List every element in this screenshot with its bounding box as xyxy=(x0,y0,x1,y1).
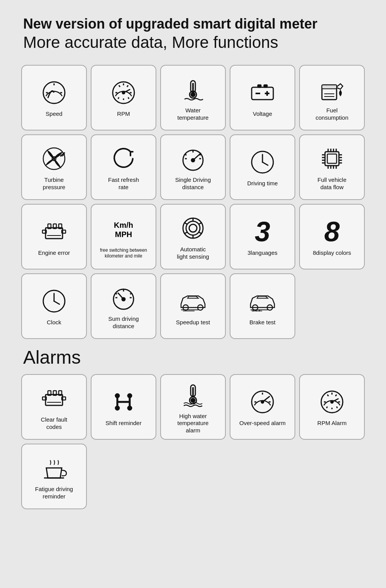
svg-line-39 xyxy=(262,162,268,165)
svg-line-126 xyxy=(337,407,337,408)
alarms-row2: Fatigue drivingreminder xyxy=(15,444,371,509)
svg-line-12 xyxy=(128,97,129,99)
clock-label: Clock xyxy=(47,319,61,326)
svg-line-125 xyxy=(327,407,327,408)
svg-point-117 xyxy=(261,401,264,403)
alarms-section-title: Alarms xyxy=(15,347,371,368)
clock-icon xyxy=(40,286,68,317)
svg-point-124 xyxy=(331,401,333,403)
alarm-high-water-temp: High watertemperaturealarm xyxy=(160,374,226,440)
svg-rect-58 xyxy=(46,228,63,239)
turbine-icon xyxy=(40,143,68,174)
full-vehicle-label: Full vehicledata flow xyxy=(317,176,346,191)
svg-line-70 xyxy=(199,232,201,234)
svg-point-83 xyxy=(122,298,125,301)
alarm-clear-fault: Clear faultcodes xyxy=(21,374,87,440)
features-grid: Speed RPM xyxy=(15,65,371,339)
shift-label: Shift reminder xyxy=(105,420,141,427)
svg-point-108 xyxy=(128,407,131,410)
fuel-icon xyxy=(318,74,346,105)
high-water-temp-label: High watertemperaturealarm xyxy=(178,413,209,434)
engine-icon xyxy=(40,216,68,247)
svg-rect-19 xyxy=(258,85,261,87)
rpm-icon xyxy=(110,77,137,108)
fast-refresh-label: Fast refreshrate xyxy=(108,176,139,191)
kmh-icon: Km/h MPH xyxy=(114,214,133,245)
feature-speedup: Speedup test xyxy=(160,273,226,339)
alarms-grid: Clear faultcodes Shift reminder xyxy=(15,374,371,440)
brake-label: Brake test xyxy=(249,319,276,326)
svg-rect-95 xyxy=(46,395,63,405)
svg-rect-20 xyxy=(264,85,267,87)
engine-error-label: Engine error xyxy=(38,249,70,257)
svg-point-10 xyxy=(122,92,125,94)
svg-point-66 xyxy=(186,221,200,235)
svg-point-107 xyxy=(128,394,131,397)
feature-full-vehicle: Full vehicledata flow xyxy=(299,134,365,200)
feature-languages: 3 3languages xyxy=(230,204,295,269)
svg-rect-18 xyxy=(252,87,273,100)
feature-driving-time: Driving time xyxy=(230,134,295,200)
coffee-icon xyxy=(40,452,68,483)
speedup-label: Speedup test xyxy=(176,319,210,326)
speed-label: Speed xyxy=(46,110,62,118)
header-title-bold: New version of upgraded smart digital me… xyxy=(23,15,371,32)
rpm-label: RPM xyxy=(117,110,130,118)
water-temp-label: Watertemperature xyxy=(178,107,209,122)
km-mph-label: free switching betweenkilometer and mile xyxy=(100,247,147,259)
sum-driving-label: Sum drivingdistance xyxy=(108,315,139,330)
turbine-label: Turbinepressure xyxy=(43,176,65,191)
svg-point-17 xyxy=(191,93,195,97)
auto-light-label: Automaticlight sensing xyxy=(177,246,209,261)
svg-line-69 xyxy=(199,223,201,224)
rpm-alarm-label: RPM Alarm xyxy=(317,420,347,427)
feature-sum-driving: Sum drivingdistance xyxy=(91,273,156,339)
overspeed-label: Over-speed alarm xyxy=(239,420,286,427)
feature-water-temp: Watertemperature xyxy=(160,65,226,130)
refresh-icon xyxy=(110,143,137,174)
gauge-fast-icon xyxy=(179,143,207,174)
8-icon: 8 xyxy=(324,216,340,247)
svg-line-72 xyxy=(185,232,188,234)
header: New version of upgraded smart digital me… xyxy=(15,15,371,53)
feature-voltage: Voltage xyxy=(230,65,295,130)
alarm-fatigue: Fatigue drivingreminder xyxy=(21,444,87,509)
svg-point-67 xyxy=(189,224,197,232)
feature-brake: Brake test xyxy=(230,273,295,339)
alarm-overspeed: Over-speed alarm xyxy=(230,374,295,440)
rpm2-icon xyxy=(318,386,346,417)
chip-icon xyxy=(318,143,346,174)
svg-line-76 xyxy=(54,301,59,304)
svg-line-123 xyxy=(327,395,328,396)
voltage-label: Voltage xyxy=(253,110,272,118)
svg-rect-41 xyxy=(327,154,337,163)
engine2-icon xyxy=(40,383,68,414)
clock-driving-icon xyxy=(249,147,276,178)
languages-label: 3languages xyxy=(247,249,278,257)
feature-engine-error: Engine error xyxy=(21,204,87,269)
feature-turbine: Turbinepressure xyxy=(21,134,87,200)
svg-line-11 xyxy=(118,97,119,99)
speedometer-icon xyxy=(40,77,68,108)
clear-fault-label: Clear faultcodes xyxy=(41,416,67,431)
fuel-label: Fuelconsumption xyxy=(315,107,348,122)
svg-point-105 xyxy=(116,394,119,397)
svg-point-36 xyxy=(191,159,195,162)
gauge2-icon xyxy=(110,282,137,313)
car-speedup-icon xyxy=(179,286,207,317)
feature-fuel: Fuelconsumption xyxy=(299,65,365,130)
feature-clock: Clock xyxy=(21,273,87,339)
feature-speed: Speed xyxy=(21,65,87,130)
svg-point-106 xyxy=(116,407,119,410)
shift-icon xyxy=(110,386,137,417)
speedometer2-icon xyxy=(249,386,276,417)
svg-line-8 xyxy=(127,85,128,87)
alarm-shift: Shift reminder xyxy=(91,374,156,440)
feature-fast-refresh: Fast refreshrate xyxy=(91,134,156,200)
driving-time-label: Driving time xyxy=(247,180,278,187)
fatigue-label: Fatigue drivingreminder xyxy=(35,486,73,500)
colors-label: 8display colors xyxy=(313,249,351,257)
single-driving-label: Single Drivingdistance xyxy=(175,176,211,191)
svg-rect-25 xyxy=(322,85,337,89)
camera-lens-icon xyxy=(179,213,207,244)
